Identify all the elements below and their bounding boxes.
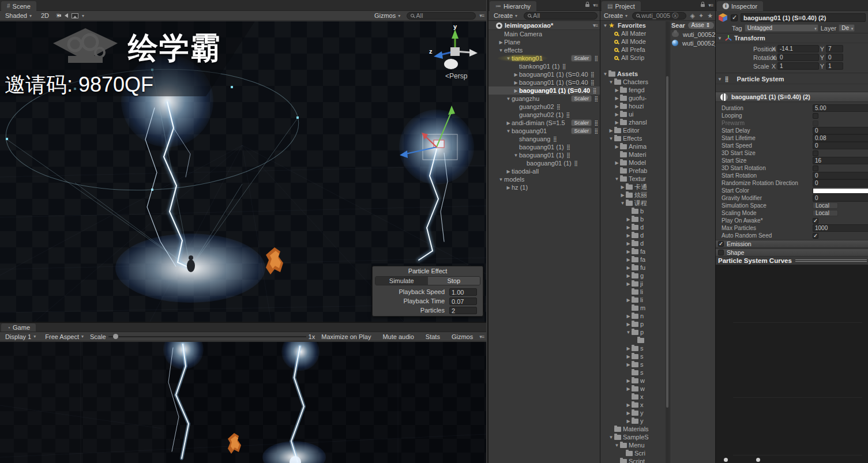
hierarchy-row[interactable]: ▼ guangzhu Scaler ⣿: [489, 95, 600, 103]
project-tree-row[interactable]: ▼ Textur: [600, 175, 666, 183]
axis-orientation-gizmo[interactable]: y z <Persp: [428, 24, 483, 93]
project-tree-row[interactable]: ▶ x: [600, 401, 666, 409]
move-gizmo[interactable]: [400, 106, 457, 160]
tab-hierarchy[interactable]: ≔Hierarchy: [490, 1, 536, 11]
property-dropdown[interactable]: Local: [813, 202, 838, 209]
project-tree-row[interactable]: ▼ Menu: [600, 441, 666, 449]
scale-slider-track[interactable]: [108, 336, 306, 337]
scene-search-input[interactable]: All: [407, 12, 476, 20]
particle-effect-row-value[interactable]: 1.00: [449, 288, 477, 296]
property-value-field[interactable]: 0: [813, 172, 868, 179]
shape-checkbox[interactable]: [718, 250, 724, 255]
foldout-arrow-icon[interactable]: ▶: [625, 322, 632, 327]
property-value-field[interactable]: 0: [813, 179, 868, 187]
property-checkbox[interactable]: [813, 150, 818, 156]
foldout-arrow-icon[interactable]: ▶: [513, 80, 519, 85]
tab-scene[interactable]: #Scene: [1, 1, 36, 11]
foldout-arrow-icon[interactable]: ▶: [625, 378, 632, 383]
stop-button[interactable]: Stop: [428, 277, 480, 285]
project-tree-row[interactable]: ▶ Editor: [600, 126, 666, 134]
foldout-arrow-icon[interactable]: ▶: [625, 411, 632, 416]
particle-module-header[interactable]: baoguang01 (1) (S=0.40) (2): [716, 92, 868, 102]
project-tree-row[interactable]: All Mater: [600, 29, 666, 37]
project-tree-row[interactable]: ▶ fu: [600, 264, 666, 272]
search-result-row[interactable]: wuti_00052: [670, 30, 715, 39]
effects-toggle-icon[interactable]: [72, 13, 78, 18]
foldout-arrow-icon[interactable]: ▶: [625, 354, 632, 359]
foldout-arrow-icon[interactable]: ▶: [625, 281, 632, 287]
start-color-swatch[interactable]: [813, 188, 868, 194]
project-tree-row[interactable]: s: [600, 368, 666, 377]
foldout-arrow-icon[interactable]: ▶: [614, 120, 620, 125]
hierarchy-scene-row[interactable]: leimingpaoxiao* ▾≡: [489, 21, 600, 30]
foldout-arrow-icon[interactable]: ▶: [625, 217, 632, 222]
foldout-arrow-icon[interactable]: ▼: [614, 443, 620, 448]
project-tree-row[interactable]: All Mode: [600, 37, 666, 46]
foldout-arrow-icon[interactable]: ▶: [625, 419, 632, 424]
active-checkbox[interactable]: [731, 14, 738, 21]
project-tree-row[interactable]: Materials: [600, 425, 666, 433]
hierarchy-row[interactable]: baoguang01 (1) ⣿: [489, 159, 600, 167]
foldout-arrow-icon[interactable]: ▶: [625, 402, 632, 408]
particle-system-section-header[interactable]: ▼ ⣿ Particle System: [716, 74, 868, 84]
foldout-arrow-icon[interactable]: ▶: [505, 185, 512, 190]
project-tree-row[interactable]: ▶ ji: [600, 280, 666, 288]
project-tree-row[interactable]: ▼ Assets: [600, 70, 666, 78]
foldout-arrow-icon[interactable]: ▶: [625, 273, 632, 278]
project-tree-row[interactable]: ▶ 炫丽: [600, 191, 666, 199]
property-value-field[interactable]: 16: [813, 157, 868, 164]
project-tree-row[interactable]: Script: [600, 457, 666, 463]
project-tree-row[interactable]: ▶ s: [600, 360, 666, 368]
game-viewport[interactable]: [0, 342, 486, 463]
project-menu-icon[interactable]: ▾≡: [708, 2, 713, 8]
project-tree-row[interactable]: ▶ w: [600, 377, 666, 385]
project-tree-row[interactable]: ▶ 卡通: [600, 183, 666, 191]
foldout-arrow-icon[interactable]: ▶: [625, 233, 632, 238]
property-value-field[interactable]: 0: [813, 194, 868, 202]
project-tree-row[interactable]: All Prefa: [600, 46, 666, 54]
emission-checkbox[interactable]: [718, 241, 724, 247]
hierarchy-row[interactable]: ▶ baoguang01 (1) (S=0.40 ⣿: [489, 70, 600, 78]
hierarchy-row[interactable]: ▶ tiaodai-all ⣿: [489, 167, 600, 175]
gizmos-dropdown[interactable]: Gizmos▾: [371, 12, 403, 20]
foldout-arrow-icon[interactable]: ▼: [608, 435, 614, 440]
foldout-arrow-icon[interactable]: ▼: [602, 71, 608, 77]
property-value-field[interactable]: 0: [813, 142, 868, 149]
property-value-field[interactable]: 0: [813, 127, 868, 134]
project-tree-row[interactable]: ▶ n: [600, 312, 666, 320]
project-tree-row[interactable]: ▶ fa: [600, 255, 666, 264]
project-tree-row[interactable]: ▼ Chacters: [600, 78, 666, 86]
hierarchy-row[interactable]: ▼ baoguang01 Scaler ⣿: [489, 127, 600, 135]
foldout-arrow-icon[interactable]: ▶: [614, 88, 620, 93]
hierarchy-menu-icon[interactable]: ▾≡: [593, 2, 598, 8]
hierarchy-row[interactable]: ▶ baoguang01 (1) (S=0.40 ⣿: [489, 86, 600, 95]
foldout-arrow-icon[interactable]: ▶: [614, 144, 620, 149]
project-tree-row[interactable]: [600, 336, 666, 344]
foldout-arrow-icon[interactable]: ▼: [505, 96, 512, 101]
curve-handle-icon[interactable]: [756, 458, 760, 462]
foldout-arrow-icon[interactable]: ▶: [625, 362, 632, 367]
y-value-field[interactable]: 1: [826, 62, 843, 70]
hierarchy-row[interactable]: shanguang ⣿: [489, 135, 600, 143]
project-tree-row[interactable]: ▶ guofu-: [600, 94, 666, 102]
project-tree-row[interactable]: ▶ s: [600, 352, 666, 360]
hierarchy-row[interactable]: ▶ Plane ⣿: [489, 38, 600, 46]
scene-viewport[interactable]: 绘学霸 邀请码: 9870QF y z <Persp: [0, 21, 486, 322]
foldout-arrow-icon[interactable]: ▶: [625, 298, 632, 303]
display-dropdown[interactable]: Display 1▾: [2, 333, 39, 341]
orange-character[interactable]: [266, 247, 283, 274]
project-tree-row[interactable]: ▼ 课程: [600, 199, 666, 207]
project-create-dropdown[interactable]: Create▾: [603, 12, 629, 20]
project-tree-row[interactable]: ▶ ui: [600, 110, 666, 118]
x-value-field[interactable]: -14.1: [777, 45, 819, 52]
foldout-arrow-icon[interactable]: ▼: [498, 177, 504, 182]
x-value-field[interactable]: 1: [777, 62, 819, 70]
foldout-arrow-icon[interactable]: ▶: [625, 346, 632, 351]
project-tree-row[interactable]: ▶ y: [600, 417, 666, 425]
hierarchy-row[interactable]: tiankong01 (1) ⣿: [489, 62, 600, 70]
property-checkbox[interactable]: [813, 113, 818, 119]
foldout-arrow-icon[interactable]: ▶: [614, 104, 620, 109]
scale-slider[interactable]: Scale 1x: [90, 333, 315, 340]
project-tree-row[interactable]: All Scrip: [600, 54, 666, 62]
project-tree-row[interactable]: ▶ Model: [600, 159, 666, 167]
